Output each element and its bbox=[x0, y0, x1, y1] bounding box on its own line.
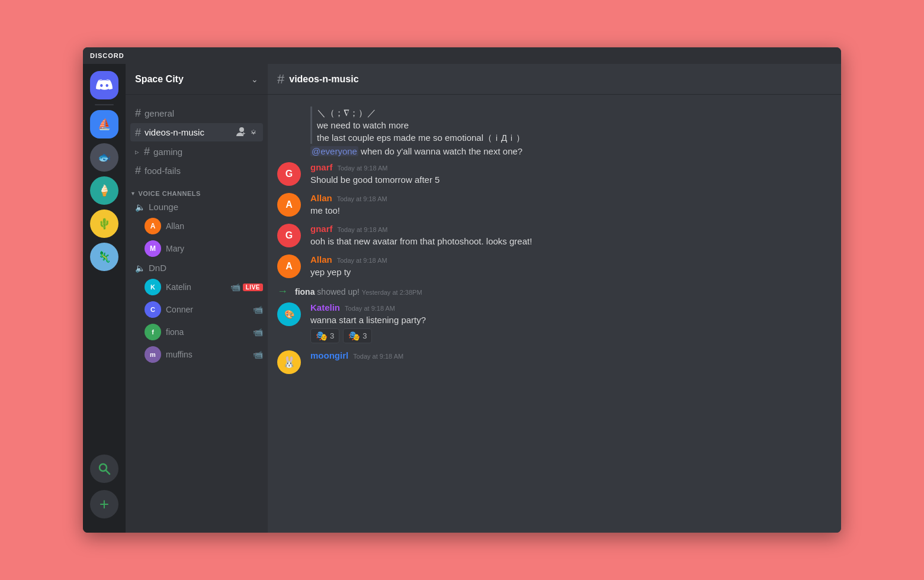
allan-timestamp-2: Today at 9:18 AM bbox=[337, 257, 387, 264]
channel-general[interactable]: # general bbox=[130, 104, 263, 122]
reaction-2[interactable]: 🎭 3 bbox=[343, 328, 372, 343]
fiona-system-name: fiona bbox=[295, 287, 315, 297]
gnarf-text-1: Should be good tomorrow after 5 bbox=[310, 173, 832, 186]
message-gnarf-2-content: gnarf Today at 9:18 AM ooh is that new a… bbox=[310, 224, 832, 247]
hash-icon-4: # bbox=[135, 165, 141, 176]
allan-chat-avatar-1: A bbox=[277, 193, 301, 217]
channel-general-label: general bbox=[145, 108, 174, 118]
message-allan-2-content: Allan Today at 9:18 AM yep yep ty bbox=[310, 254, 832, 278]
speaker-icon-lounge: 🔈 bbox=[135, 202, 145, 212]
voice-user-muffins[interactable]: m muffins 📹 bbox=[126, 344, 268, 365]
message-katelin-1: 🎨 Katelin Today at 9:18 AM wanna start a… bbox=[268, 300, 841, 346]
server-2-icon[interactable]: 🐟 bbox=[90, 143, 118, 172]
muffins-name: muffins bbox=[166, 350, 192, 359]
watch-more-line: we need to watch more bbox=[317, 119, 832, 131]
voice-user-fiona-left: f fiona bbox=[145, 324, 184, 340]
server-1-icon[interactable]: ⛵ bbox=[90, 110, 118, 138]
reaction-1-count: 3 bbox=[330, 331, 334, 340]
message-gnarf-1-header: gnarf Today at 9:18 AM bbox=[310, 162, 832, 172]
system-message-fiona: → fiona showed up! Yesterday at 2:38PM bbox=[268, 283, 841, 300]
voice-user-katelin[interactable]: K Katelin 📹 LIVE bbox=[126, 276, 268, 298]
gnarf-timestamp-2: Today at 9:18 AM bbox=[338, 226, 388, 233]
server-5-wrap: 🦎 bbox=[90, 243, 118, 271]
channel-food-fails[interactable]: # food-fails bbox=[130, 162, 263, 179]
server-5-icon[interactable]: 🦎 bbox=[90, 243, 118, 271]
camera-icon-conner: 📹 bbox=[253, 305, 263, 314]
hash-icon-3: # bbox=[144, 146, 150, 157]
katelin-text-1: wanna start a listening party? bbox=[310, 314, 832, 326]
hash-icon: # bbox=[135, 108, 141, 118]
text-channels-section: # general # videos-n-music bbox=[126, 95, 268, 181]
allan-name: Allan bbox=[166, 221, 184, 231]
mention-line: @everyone when do y'all wanna watch the … bbox=[310, 145, 832, 157]
allan-text-2: yep yep ty bbox=[310, 266, 832, 278]
everyone-mention: @everyone bbox=[310, 146, 358, 156]
fiona-voice-right: 📹 bbox=[253, 327, 263, 337]
camera-icon-fiona: 📹 bbox=[253, 327, 263, 337]
camera-icon-katelin: 📹 bbox=[230, 282, 240, 292]
katelin-author-1: Katelin bbox=[310, 302, 340, 312]
speaker-icon-dnd: 🔈 bbox=[135, 263, 145, 273]
title-bar-text: DISCORD bbox=[90, 52, 124, 59]
bullet-icon: ▹ bbox=[135, 147, 139, 156]
messages-area[interactable]: ＼（；∇；）／ we need to watch more the last c… bbox=[268, 95, 841, 533]
voice-user-fiona[interactable]: f fiona 📹 bbox=[126, 321, 268, 343]
svg-line-1 bbox=[106, 471, 110, 474]
kaomoji-line: ＼（；∇；）／ bbox=[317, 107, 832, 119]
message-moongirl-1-header: moongirl Today at 9:18 AM bbox=[310, 350, 832, 360]
lounge-label: Lounge bbox=[149, 202, 178, 212]
add-server-button[interactable]: + bbox=[90, 490, 118, 518]
channel-gaming[interactable]: ▹ # gaming bbox=[130, 143, 263, 160]
server-divider bbox=[95, 104, 114, 105]
discord-home-button[interactable] bbox=[90, 71, 118, 99]
voice-user-conner-left: C Conner bbox=[145, 301, 193, 318]
message-moongirl-1-content: moongirl Today at 9:18 AM bbox=[310, 350, 832, 374]
conner-name: Conner bbox=[166, 305, 193, 314]
gnarf-author-1: gnarf bbox=[310, 162, 333, 172]
search-button[interactable] bbox=[90, 455, 118, 483]
server-3-wrap: 🍦 bbox=[90, 176, 118, 205]
title-bar: DISCORD bbox=[83, 47, 841, 64]
settings-icon[interactable] bbox=[249, 127, 258, 138]
system-message-text: fiona showed up! Yesterday at 2:38PM bbox=[295, 287, 422, 297]
fiona-system-action: showed up! bbox=[317, 287, 362, 297]
main-chat: # videos-n-music ＼（；∇；）／ we need to watc… bbox=[268, 64, 841, 533]
server-4-icon[interactable]: 🌵 bbox=[90, 210, 118, 238]
message-gnarf-1: G gnarf Today at 9:18 AM Should be good … bbox=[268, 160, 841, 188]
reaction-1[interactable]: 🎭 3 bbox=[310, 328, 339, 343]
fiona-system-timestamp: Yesterday at 2:38PM bbox=[362, 289, 422, 296]
moongirl-timestamp: Today at 9:18 AM bbox=[353, 353, 403, 360]
voice-user-mary[interactable]: M Mary bbox=[126, 238, 268, 259]
voice-user-conner[interactable]: C Conner 📹 bbox=[126, 299, 268, 320]
emotional-line: the last couple eps made me so emotional… bbox=[317, 131, 832, 144]
camera-icon-muffins: 📹 bbox=[253, 350, 263, 359]
voice-user-allan[interactable]: A Allan bbox=[126, 215, 268, 237]
channel-videos-n-music[interactable]: # videos-n-music bbox=[130, 123, 263, 141]
channel-videos-n-music-label: videos-n-music bbox=[145, 127, 204, 137]
fiona-avatar: f bbox=[145, 324, 161, 340]
voice-channel-dnd[interactable]: 🔈 DnD bbox=[126, 260, 268, 275]
conner-avatar: C bbox=[145, 301, 161, 318]
message-allan-2: A Allan Today at 9:18 AM yep yep ty bbox=[268, 252, 841, 281]
server-3-icon[interactable]: 🍦 bbox=[90, 176, 118, 205]
allan-timestamp-1: Today at 9:18 AM bbox=[337, 195, 387, 202]
allan-avatar: A bbox=[145, 218, 161, 234]
gnarf-avatar-1: G bbox=[277, 162, 301, 186]
channel-actions bbox=[236, 127, 258, 138]
message-gnarf-1-content: gnarf Today at 9:18 AM Should be good to… bbox=[310, 162, 832, 186]
hash-icon-2: # bbox=[135, 127, 141, 138]
conner-voice-right: 📹 bbox=[253, 305, 263, 314]
message-gnarf-2-header: gnarf Today at 9:18 AM bbox=[310, 224, 832, 234]
dnd-label: DnD bbox=[149, 263, 166, 273]
reaction-1-emoji: 🎭 bbox=[316, 330, 328, 341]
voice-channel-lounge[interactable]: 🔈 Lounge bbox=[126, 199, 268, 214]
server-header[interactable]: Space City ⌄ bbox=[126, 64, 268, 95]
message-moongirl-1: 🐰 moongirl Today at 9:18 AM bbox=[268, 348, 841, 376]
message-gnarf-2: G gnarf Today at 9:18 AM ooh is that new… bbox=[268, 221, 841, 250]
server-4-wrap: 🌵 bbox=[90, 210, 118, 238]
collapse-icon: ▼ bbox=[130, 191, 136, 196]
server-2-wrap: 🐟 bbox=[90, 143, 118, 172]
add-member-icon[interactable] bbox=[236, 127, 245, 138]
voice-user-allan-left: A Allan bbox=[145, 218, 184, 234]
server-sidebar: ⛵ 🐟 🍦 🌵 bbox=[83, 64, 126, 533]
